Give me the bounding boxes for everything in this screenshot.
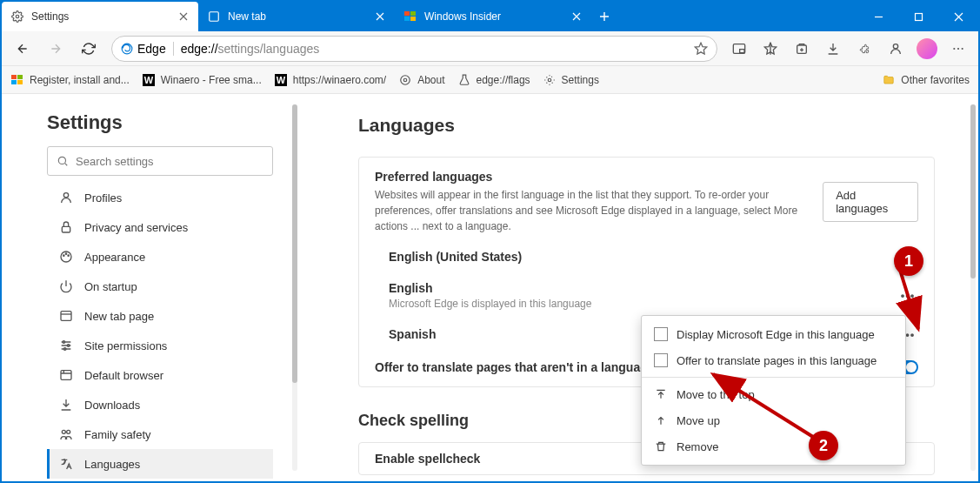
bookmark-item[interactable]: WWinaero - Free sma... bbox=[142, 73, 262, 87]
svg-text:W: W bbox=[144, 75, 154, 85]
edge-icon bbox=[207, 10, 221, 23]
language-row: English (United States) ••• bbox=[375, 241, 918, 264]
titlebar: Settings New tab Windows Insider bbox=[2, 2, 978, 31]
sidebar-item-newtab[interactable]: New tab page bbox=[47, 301, 273, 331]
close-icon[interactable] bbox=[374, 10, 386, 23]
tab-insider[interactable]: Windows Insider bbox=[395, 2, 591, 31]
back-button[interactable] bbox=[7, 36, 38, 62]
bookmark-item[interactable]: Register, install and... bbox=[10, 73, 130, 87]
ctx-display-in-language[interactable]: Display Microsoft Edge in this language bbox=[642, 321, 905, 347]
svg-rect-4 bbox=[404, 17, 410, 21]
sidebar-item-family[interactable]: Family safety bbox=[47, 419, 273, 449]
site-icon: W bbox=[274, 73, 288, 87]
page-icon bbox=[58, 308, 74, 324]
svg-rect-20 bbox=[17, 80, 23, 84]
windows-icon bbox=[403, 10, 417, 23]
profile-avatar[interactable] bbox=[912, 36, 942, 62]
family-icon bbox=[58, 426, 74, 442]
svg-point-33 bbox=[65, 253, 66, 254]
forward-button[interactable] bbox=[40, 36, 71, 62]
move-top-icon bbox=[654, 387, 668, 401]
bookmark-item[interactable]: Whttps://winaero.com/ bbox=[274, 73, 386, 87]
sidebar-item-downloads[interactable]: Downloads bbox=[47, 390, 273, 419]
sidebar-item-permissions[interactable]: Site permissions bbox=[47, 331, 273, 360]
svg-point-40 bbox=[62, 430, 65, 433]
gear-icon bbox=[10, 10, 24, 23]
add-languages-button[interactable]: Add languages bbox=[823, 182, 918, 222]
profile-icon bbox=[58, 190, 74, 205]
svg-rect-35 bbox=[61, 312, 71, 321]
more-menu-button[interactable] bbox=[943, 36, 973, 62]
site-icon: W bbox=[142, 73, 156, 87]
extensions-button[interactable] bbox=[850, 36, 879, 62]
palette-icon bbox=[58, 249, 74, 265]
svg-point-16 bbox=[962, 47, 963, 49]
svg-rect-39 bbox=[61, 371, 71, 380]
windows-icon bbox=[10, 73, 24, 87]
bookmark-item[interactable]: edge://flags bbox=[457, 73, 530, 87]
svg-point-14 bbox=[953, 47, 955, 49]
sidebar-item-profiles[interactable]: Profiles bbox=[47, 183, 273, 212]
svg-point-26 bbox=[401, 75, 410, 84]
svg-point-32 bbox=[63, 255, 64, 256]
svg-point-13 bbox=[893, 44, 897, 48]
close-icon[interactable] bbox=[177, 10, 190, 23]
avatar-icon bbox=[917, 38, 937, 59]
download-icon bbox=[58, 397, 74, 413]
svg-rect-19 bbox=[11, 80, 17, 84]
sidebar-item-defaultbrowser[interactable]: Default browser bbox=[47, 360, 273, 390]
sidebar-item-languages[interactable]: Languages bbox=[47, 449, 273, 479]
svg-rect-1 bbox=[210, 12, 219, 22]
main-scrollbar[interactable] bbox=[970, 104, 976, 471]
picture-in-picture-button[interactable] bbox=[724, 36, 754, 62]
search-icon bbox=[57, 155, 69, 167]
address-url: edge://settings/languages bbox=[181, 42, 320, 56]
profile-button[interactable] bbox=[881, 36, 910, 62]
ctx-remove[interactable]: Remove bbox=[642, 433, 905, 460]
bookmarks-bar: Register, install and... WWinaero - Free… bbox=[2, 66, 978, 94]
refresh-button[interactable] bbox=[73, 36, 104, 62]
address-bar[interactable]: Edge edge://settings/languages bbox=[111, 36, 717, 62]
tab-label: Settings bbox=[31, 10, 69, 23]
favorites-button[interactable] bbox=[756, 36, 785, 62]
tab-settings[interactable]: Settings bbox=[2, 2, 198, 31]
offer-translate-label: Offer to translate pages that aren't in … bbox=[375, 360, 683, 374]
svg-point-15 bbox=[957, 47, 959, 49]
favorite-star-button[interactable] bbox=[694, 42, 708, 56]
svg-point-0 bbox=[16, 15, 19, 18]
card-title: Preferred languages bbox=[375, 170, 823, 184]
bookmark-item[interactable]: Settings bbox=[543, 73, 599, 87]
svg-rect-17 bbox=[11, 75, 17, 79]
window-maximize-button[interactable] bbox=[898, 2, 938, 31]
language-name: English bbox=[389, 281, 591, 295]
other-favorites-button[interactable]: Other favorites bbox=[882, 73, 970, 87]
page-title: Languages bbox=[358, 115, 935, 136]
bookmark-item[interactable]: About bbox=[398, 73, 444, 87]
close-icon[interactable] bbox=[570, 10, 583, 23]
browser-icon bbox=[58, 367, 74, 383]
ctx-move-to-top[interactable]: Move to the top bbox=[642, 381, 905, 407]
svg-point-28 bbox=[58, 157, 65, 164]
svg-point-34 bbox=[68, 255, 69, 256]
ctx-offer-translate[interactable]: Offer to translate pages in this languag… bbox=[642, 347, 905, 373]
svg-text:W: W bbox=[277, 75, 286, 85]
collections-button[interactable] bbox=[787, 36, 817, 62]
downloads-button[interactable] bbox=[818, 36, 848, 62]
svg-rect-5 bbox=[410, 17, 416, 21]
window-close-button[interactable] bbox=[938, 2, 978, 31]
sliders-icon bbox=[58, 338, 74, 353]
svg-point-25 bbox=[403, 78, 407, 82]
language-more-button[interactable]: ••• bbox=[897, 289, 918, 302]
tab-newtab[interactable]: New tab bbox=[198, 2, 395, 31]
ctx-move-up[interactable]: Move up bbox=[642, 407, 905, 433]
gear-icon bbox=[398, 73, 412, 87]
language-subtext: Microsoft Edge is displayed in this lang… bbox=[389, 298, 591, 310]
sidebar-item-privacy[interactable]: Privacy and services bbox=[47, 212, 273, 242]
window-minimize-button[interactable] bbox=[858, 2, 898, 31]
search-settings-input[interactable]: Search settings bbox=[47, 146, 273, 176]
svg-rect-18 bbox=[17, 75, 23, 79]
new-tab-button[interactable] bbox=[591, 2, 617, 31]
language-name: English (United States) bbox=[389, 250, 522, 264]
sidebar-item-appearance[interactable]: Appearance bbox=[47, 242, 273, 272]
sidebar-item-startup[interactable]: On startup bbox=[47, 272, 273, 301]
